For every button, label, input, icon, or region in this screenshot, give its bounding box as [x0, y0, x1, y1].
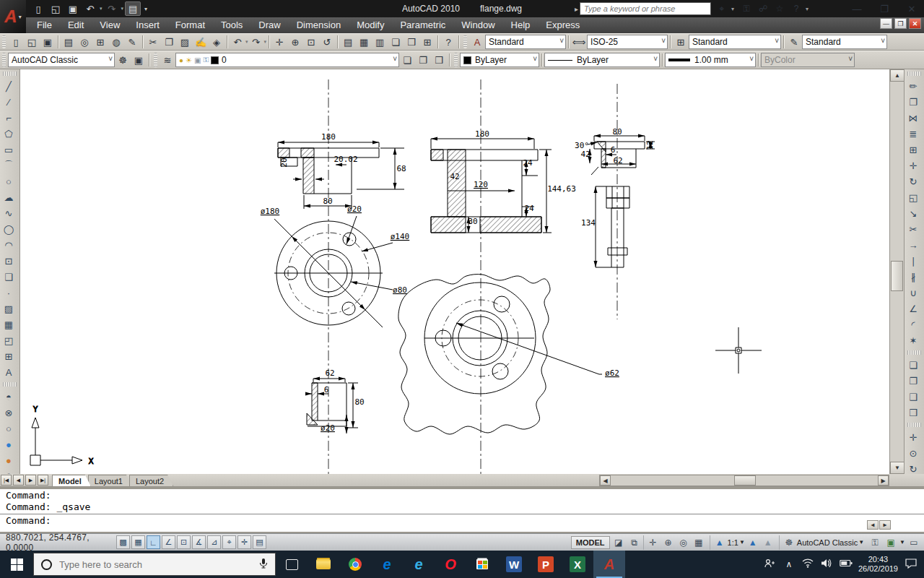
- menu-express[interactable]: Express: [538, 17, 588, 33]
- chevron-down-icon[interactable]: ▾: [731, 6, 737, 12]
- model-space-button[interactable]: MODEL: [571, 536, 610, 549]
- break-at-point-icon[interactable]: ∣: [905, 253, 922, 269]
- make-block-icon[interactable]: ❑: [0, 269, 17, 285]
- annotation-scale-value[interactable]: 1:1: [728, 538, 738, 547]
- layer-combo[interactable]: ● ☀ ▣ ⚿ 0 ˅: [175, 53, 399, 67]
- toggle-ortho[interactable]: ∟: [147, 535, 160, 549]
- toolbar-grip[interactable]: [2, 53, 6, 66]
- polygon-icon[interactable]: ⬠: [0, 126, 17, 142]
- command-prompt[interactable]: Command:: [0, 514, 924, 526]
- toggle-qp[interactable]: ▤: [253, 535, 266, 549]
- menu-file[interactable]: File: [29, 17, 60, 33]
- command-scroll-left-button[interactable]: ◀: [867, 520, 879, 530]
- lineweight-combo[interactable]: 1.00 mm˅: [665, 53, 756, 67]
- chevron-down-icon[interactable]: ▼: [739, 539, 745, 545]
- swivel-icon[interactable]: ✛: [905, 429, 922, 445]
- horizontal-scrollbar[interactable]: ◀ ▶: [599, 475, 889, 486]
- favorites-star-icon[interactable]: ☆: [772, 2, 787, 15]
- steering-wheel-icon[interactable]: ◎: [676, 535, 691, 550]
- text-style-icon[interactable]: A: [469, 35, 485, 49]
- toggle-snap[interactable]: ▩: [116, 535, 130, 549]
- quick-view-drawings-icon[interactable]: ⧉: [627, 535, 642, 550]
- layer-viewport-icon[interactable]: ▣: [194, 56, 201, 64]
- chamfer-icon[interactable]: ∠: [905, 301, 922, 316]
- quick-view-layouts-icon[interactable]: ◪: [611, 535, 626, 550]
- offset-icon[interactable]: ≣: [905, 126, 922, 142]
- save-icon[interactable]: ▣: [65, 1, 81, 16]
- render-sphere-icon[interactable]: ●: [0, 436, 17, 452]
- taskbar-app-task-view[interactable]: [276, 551, 308, 578]
- subscription-key-icon[interactable]: ⚿: [739, 2, 754, 15]
- linetype-combo[interactable]: ByLayer˅: [544, 53, 660, 67]
- copy-icon[interactable]: ❐: [905, 94, 922, 110]
- break-icon[interactable]: ∦: [905, 269, 922, 285]
- toggle-otrack[interactable]: ∡: [192, 535, 206, 549]
- color-combo[interactable]: ByLayer˅: [460, 53, 539, 67]
- workspace-gear-icon[interactable]: ☸: [782, 535, 796, 550]
- gradient-icon[interactable]: ▦: [0, 316, 17, 332]
- prev-tab-button[interactable]: ◀: [13, 475, 24, 486]
- ellipse-arc-icon[interactable]: ◠: [0, 237, 17, 253]
- block-editor-icon[interactable]: ◈: [209, 35, 225, 49]
- layer-states-icon[interactable]: ❒: [431, 53, 447, 67]
- show-motion-icon[interactable]: ▦: [692, 535, 706, 550]
- send-to-back-icon[interactable]: ❐: [905, 373, 922, 389]
- next-tab-button[interactable]: ▶: [25, 475, 36, 486]
- help-icon[interactable]: ?: [440, 35, 456, 49]
- multiline-text-icon[interactable]: A: [0, 364, 17, 380]
- command-window[interactable]: Command:Command: _qsave Command: ◀ ▶: [0, 487, 924, 533]
- zoom-window-icon[interactable]: ⊡: [303, 35, 319, 49]
- workspace-status-value[interactable]: AutoCAD Classic: [797, 538, 858, 547]
- arc-icon[interactable]: ⌒: [0, 158, 17, 173]
- plot-icon[interactable]: ▤: [61, 35, 77, 49]
- materials-icon[interactable]: ●: [0, 452, 17, 468]
- chevron-down-icon[interactable]: ▼: [858, 539, 864, 545]
- microphone-icon[interactable]: [259, 558, 268, 571]
- scroll-up-button[interactable]: ▲: [890, 69, 905, 82]
- mirror-icon[interactable]: ⋈: [905, 110, 922, 126]
- copy-icon[interactable]: ❐: [161, 35, 177, 49]
- chevron-down-icon[interactable]: ▼: [899, 539, 905, 545]
- redo-icon[interactable]: ↷: [248, 35, 264, 49]
- clean-screen-icon[interactable]: ▭: [907, 535, 921, 550]
- drawing-canvas[interactable]: Y X 1802020.026880ø180ø20ø140ø8018024421…: [20, 69, 889, 474]
- taskbar-app-autocad[interactable]: A: [593, 551, 625, 578]
- workspace-settings-gear-icon[interactable]: ☸: [115, 53, 131, 67]
- infocenter-search-input[interactable]: [580, 4, 710, 13]
- menu-edit[interactable]: Edit: [60, 17, 92, 33]
- redo-icon[interactable]: ↷: [104, 1, 120, 16]
- qat-customize-chevron-icon[interactable]: ▾: [144, 6, 147, 12]
- start-button[interactable]: [0, 551, 33, 578]
- show-hidden-icons-chevron[interactable]: ∧: [783, 559, 795, 569]
- battery-icon[interactable]: [840, 559, 851, 569]
- taskbar-search-input[interactable]: [59, 559, 259, 570]
- my-workspace-icon[interactable]: ▣: [131, 53, 147, 67]
- revision-cloud-icon[interactable]: ☁: [0, 189, 17, 205]
- doc-close-button[interactable]: ✕: [909, 18, 921, 29]
- taskbar-app-chrome[interactable]: [339, 551, 371, 578]
- construction-line-icon[interactable]: ∕: [0, 94, 17, 110]
- help-icon[interactable]: ?: [789, 2, 803, 15]
- taskbar-app-file-explorer[interactable]: [308, 551, 339, 578]
- volume-icon[interactable]: [821, 558, 832, 570]
- action-center-icon[interactable]: [905, 558, 917, 571]
- toolbar-grip[interactable]: [3, 72, 17, 76]
- array-icon[interactable]: ⊞: [905, 142, 922, 158]
- insert-block-icon[interactable]: ⊡: [0, 253, 17, 269]
- zoom-realtime-icon[interactable]: ⊕: [287, 35, 303, 49]
- restore-button[interactable]: ❐: [876, 1, 892, 16]
- chevron-down-icon[interactable]: ▾: [121, 6, 124, 12]
- spline-icon[interactable]: ∿: [0, 205, 17, 221]
- move-icon[interactable]: ✛: [905, 158, 922, 173]
- minimize-button[interactable]: —: [849, 1, 865, 16]
- menu-parametric[interactable]: Parametric: [392, 17, 453, 33]
- menu-insert[interactable]: Insert: [128, 17, 167, 33]
- boolean-icon[interactable]: ◓: [0, 389, 17, 405]
- continuous-orbit-icon[interactable]: ↻: [905, 461, 922, 474]
- taskbar-app-opera[interactable]: O: [435, 551, 466, 578]
- scroll-left-button[interactable]: ◀: [600, 475, 611, 486]
- multileader-style-icon[interactable]: ✎: [786, 35, 802, 49]
- tab-model[interactable]: Model: [52, 475, 91, 486]
- toggle-osnap[interactable]: ⊡: [177, 535, 191, 549]
- infocenter-expand-icon[interactable]: ▸: [575, 5, 578, 13]
